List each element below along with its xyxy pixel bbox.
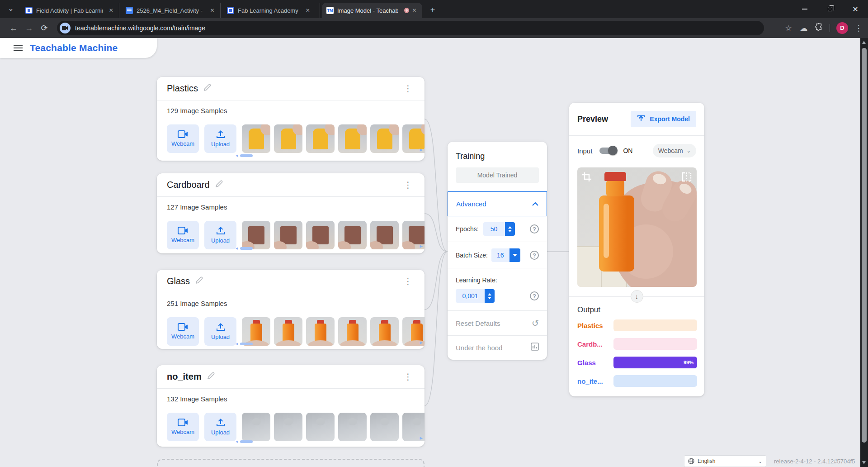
webcam-button[interactable]: Webcam — [167, 124, 199, 153]
batch-size-help-icon[interactable]: ? — [530, 251, 539, 260]
sample-thumbnail-strip[interactable]: ▸ — [242, 413, 425, 441]
upload-button[interactable]: Upload — [204, 221, 236, 249]
thumbnail-scrollbar[interactable]: ◂ — [236, 152, 253, 158]
minimize-button[interactable] — [792, 0, 817, 18]
sample-thumbnail[interactable] — [306, 221, 335, 249]
reload-button[interactable]: ⟳ — [38, 22, 51, 34]
edit-class-name-icon[interactable] — [207, 372, 215, 381]
thumbnail-scrollbar[interactable]: ◂ — [236, 438, 253, 444]
class-menu-button[interactable]: ⋮ — [402, 180, 415, 190]
scroll-left-icon[interactable]: ◂ — [236, 245, 238, 251]
advanced-section-header[interactable]: Advanced — [448, 191, 547, 216]
sample-thumbnail[interactable] — [338, 221, 367, 249]
sample-thumbnail[interactable] — [274, 221, 302, 249]
tab-close-icon[interactable]: ✕ — [209, 7, 216, 14]
sample-thumbnail[interactable] — [242, 124, 270, 153]
tab-teachable-machine-active[interactable]: TM Image Model - Teachable M ✕ — [322, 3, 422, 18]
edit-class-name-icon[interactable] — [215, 180, 223, 190]
train-model-button[interactable]: Model Trained — [456, 167, 539, 183]
scrollbar-thumb[interactable] — [240, 343, 253, 345]
sample-thumbnail[interactable] — [242, 413, 270, 441]
class-menu-button[interactable]: ⋮ — [402, 276, 415, 286]
sample-thumbnail[interactable] — [370, 124, 399, 153]
under-the-hood-row[interactable]: Under the hood — [448, 336, 547, 360]
sample-thumbnail[interactable] — [370, 221, 399, 249]
sample-thumbnail[interactable] — [306, 317, 335, 346]
epochs-help-icon[interactable]: ? — [530, 224, 539, 234]
tab-close-icon[interactable]: ✕ — [411, 7, 418, 14]
sample-thumbnail[interactable] — [274, 317, 302, 346]
scrollbar-down-icon[interactable] — [862, 461, 866, 464]
browser-menu-icon[interactable]: ⋮ — [852, 24, 865, 33]
page-scrollbar[interactable] — [860, 38, 868, 467]
close-window-button[interactable]: ✕ — [843, 0, 868, 18]
flip-horizontal-icon[interactable] — [681, 172, 692, 184]
sample-thumbnail[interactable] — [338, 124, 367, 153]
edit-class-name-icon[interactable] — [195, 276, 203, 286]
scroll-right-icon[interactable]: ▸ — [420, 339, 423, 346]
sample-thumbnail[interactable] — [274, 413, 302, 441]
batch-size-dropdown[interactable] — [509, 248, 520, 262]
input-toggle[interactable] — [599, 148, 617, 154]
tab-field-activity[interactable]: Field Activity | Fab Learning Aca ✕ — [21, 3, 119, 18]
class-menu-button[interactable]: ⋮ — [402, 83, 415, 94]
reset-defaults-row[interactable]: Reset Defaults ↺ — [448, 311, 547, 336]
crop-icon[interactable] — [582, 172, 592, 184]
extensions-puzzle-icon[interactable] — [811, 23, 827, 33]
bookmark-star-icon[interactable]: ☆ — [781, 24, 796, 33]
profile-avatar[interactable]: D — [836, 22, 848, 34]
sample-thumbnail[interactable] — [274, 124, 302, 153]
scroll-right-icon[interactable]: ▸ — [420, 146, 423, 153]
batch-size-value[interactable]: 16 — [491, 248, 509, 262]
back-button[interactable]: ← — [7, 22, 20, 34]
scrollbar-thumb[interactable] — [240, 154, 253, 157]
scroll-right-icon[interactable]: ▸ — [420, 434, 423, 441]
scrollbar-up-icon[interactable] — [862, 41, 866, 44]
sample-thumbnail[interactable] — [338, 317, 367, 346]
edit-class-name-icon[interactable] — [203, 84, 211, 93]
class-menu-button[interactable]: ⋮ — [402, 372, 415, 382]
address-bar[interactable]: teachablemachine.withgoogle.com/train/im… — [57, 21, 764, 35]
maximize-button[interactable] — [817, 0, 843, 18]
upload-button[interactable]: Upload — [204, 413, 236, 441]
camera-in-use-icon[interactable] — [60, 23, 71, 33]
webcam-button[interactable]: Webcam — [167, 413, 199, 441]
sample-thumbnail[interactable] — [306, 124, 335, 153]
sample-thumbnail-strip[interactable]: ▸ — [242, 317, 425, 346]
scroll-left-icon[interactable]: ◂ — [236, 438, 238, 444]
tab-google-docs[interactable]: 2526_M4_Field_Activity - Googl ✕ — [121, 3, 221, 18]
epochs-input[interactable]: 50 — [483, 222, 505, 236]
tab-fab-learning[interactable]: Fab Learning Academy ✕ — [222, 3, 320, 18]
tab-search-icon[interactable]: ⌄ — [5, 4, 16, 14]
epochs-stepper[interactable] — [505, 222, 515, 236]
add-class-card[interactable] — [157, 459, 425, 467]
tab-close-icon[interactable]: ✕ — [304, 7, 312, 14]
export-model-button[interactable]: Export Model — [631, 111, 696, 127]
sample-thumbnail-strip[interactable]: ▸ — [242, 221, 425, 249]
scrollbar-thumb[interactable] — [240, 440, 253, 443]
learning-rate-help-icon[interactable]: ? — [530, 291, 539, 300]
language-selector[interactable]: English ⌄ — [684, 455, 766, 467]
tab-close-icon[interactable]: ✕ — [108, 7, 114, 14]
chevron-up-icon[interactable] — [532, 202, 538, 206]
sample-thumbnail[interactable] — [306, 413, 335, 441]
scrollbar-thumb[interactable] — [862, 48, 867, 443]
webcam-button[interactable]: Webcam — [167, 317, 199, 346]
sample-thumbnail-strip[interactable]: ▸ — [242, 124, 425, 153]
thumbnail-scrollbar[interactable]: ◂ — [236, 341, 253, 347]
upload-button[interactable]: Upload — [204, 124, 236, 153]
learning-rate-stepper[interactable] — [485, 289, 495, 303]
thumbnail-scrollbar[interactable]: ◂ — [236, 245, 253, 251]
sample-thumbnail[interactable] — [370, 413, 399, 441]
scrollbar-thumb[interactable] — [240, 247, 253, 250]
scroll-right-icon[interactable]: ▸ — [420, 243, 423, 249]
new-tab-button[interactable]: + — [427, 5, 439, 16]
scroll-down-button[interactable]: ↓ — [631, 290, 643, 303]
input-source-dropdown[interactable]: Webcam ⌄ — [653, 144, 696, 157]
webcam-button[interactable]: Webcam — [167, 221, 199, 249]
learning-rate-input[interactable]: 0,001 — [456, 289, 485, 303]
download-cloud-icon[interactable]: ☁ — [796, 24, 811, 33]
sample-thumbnail[interactable] — [370, 317, 399, 346]
upload-button[interactable]: Upload — [204, 317, 236, 346]
sample-thumbnail[interactable] — [338, 413, 367, 441]
